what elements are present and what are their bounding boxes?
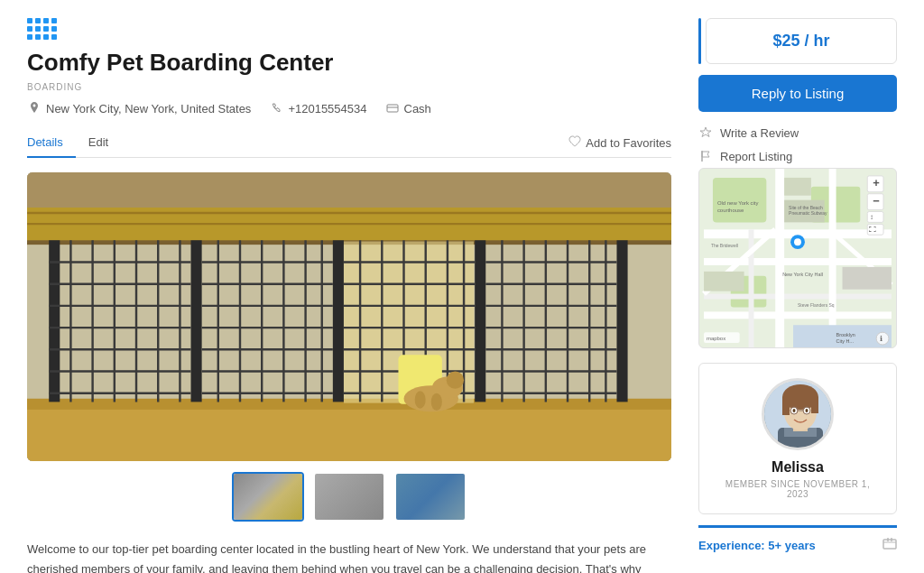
svg-rect-83 [775,169,784,347]
svg-text:Brooklyn: Brooklyn [836,332,855,337]
svg-rect-8 [27,404,671,461]
listing-description: Welcome to our top-tier pet boarding cen… [27,540,671,573]
payment-meta: Cash [385,101,431,116]
reply-to-listing-button[interactable]: Reply to Listing [698,75,897,112]
meta-row: New York City, New York, United States +… [27,101,671,116]
svg-rect-12 [333,240,344,402]
svg-text:⛶: ⛶ [869,226,876,234]
avatar [762,378,834,450]
svg-point-126 [793,409,796,412]
member-since: MEMBER SINCE NOVEMBER 1, 2023 [714,479,882,499]
report-listing-action[interactable]: Report Listing [698,144,897,168]
svg-text:mapbox: mapbox [707,336,725,341]
profile-name: Melissa [714,459,882,476]
svg-text:−: − [873,194,880,208]
listing-category: BOARDING [27,82,671,92]
location-text: New York City, New York, United States [46,102,251,116]
profile-card: Melissa MEMBER SINCE NOVEMBER 1, 2023 [698,363,897,514]
sidebar: $25 / hr Reply to Listing Write a Review… [698,18,897,573]
add-to-favorites-link[interactable]: Add to Favorites [568,135,671,150]
payment-text: Cash [404,102,431,116]
image-thumbnails [27,472,671,522]
flag-icon [698,149,713,163]
write-review-action[interactable]: Write a Review [698,121,897,144]
location-meta: New York City, New York, United States [27,101,251,116]
svg-point-58 [447,372,464,389]
price-display: $25 / hr [721,32,882,51]
svg-text:Site of the Beach: Site of the Beach [789,206,823,210]
svg-text:↕: ↕ [870,213,873,221]
svg-text:New York City Hall: New York City Hall [782,272,823,277]
grid-icon [27,18,671,40]
svg-text:+: + [873,176,880,189]
experience-label: Experience: 5+ years [698,539,816,552]
svg-rect-82 [704,311,892,319]
thumbnail-2[interactable] [313,472,385,522]
svg-rect-133 [891,538,892,541]
svg-rect-14 [616,240,627,402]
svg-rect-13 [475,240,485,402]
experience-row: Experience: 5+ years [698,525,897,562]
svg-text:courthouse: courthouse [717,208,744,213]
price-box: $25 / hr [706,18,897,64]
svg-rect-131 [883,540,896,549]
favorites-label: Add to Favorites [586,136,671,150]
svg-rect-123 [811,397,818,413]
listing-map[interactable]: Old new York city courthouse The Bridewe… [698,168,897,348]
star-icon [698,125,713,140]
svg-text:ℹ: ℹ [880,335,882,343]
svg-text:Pneumatic Subway: Pneumatic Subway [789,211,827,216]
svg-rect-88 [784,178,811,196]
experience-icon [882,537,897,553]
phone-text: +12015554534 [288,102,366,116]
svg-point-127 [806,409,808,412]
tab-details[interactable]: Details [27,128,76,158]
tabs-container: Details Edit Add to Favorites [27,128,671,158]
svg-rect-0 [387,105,398,112]
svg-rect-81 [704,294,892,300]
svg-rect-84 [829,169,836,347]
svg-rect-132 [887,538,889,541]
thumbnail-1[interactable] [232,472,304,522]
svg-text:Old new York city: Old new York city [717,200,759,206]
payment-icon [385,101,400,116]
listing-title: Comfy Pet Boarding Center [27,49,671,77]
svg-text:Steve Flanders Sq: Steve Flanders Sq [798,303,835,308]
svg-rect-122 [782,397,790,415]
location-icon [27,101,42,116]
svg-rect-90 [704,272,744,291]
heart-icon [568,135,581,150]
main-listing-image [27,172,671,461]
svg-rect-91 [843,267,892,290]
svg-text:City H...: City H... [836,338,855,344]
write-review-label: Write a Review [720,126,799,140]
sidebar-price-section: $25 / hr [698,18,897,64]
sidebar-accent-bar [698,18,701,64]
tab-edit[interactable]: Edit [76,128,121,158]
svg-rect-11 [191,240,202,402]
svg-rect-10 [49,240,60,402]
svg-point-103 [794,238,801,245]
svg-point-59 [415,391,426,408]
svg-text:The Bridewell: The Bridewell [711,244,738,248]
thumbnail-3[interactable] [394,472,467,522]
phone-meta: +12015554534 [269,101,366,116]
phone-icon [269,101,283,116]
svg-point-60 [431,393,442,411]
report-listing-label: Report Listing [720,150,792,163]
